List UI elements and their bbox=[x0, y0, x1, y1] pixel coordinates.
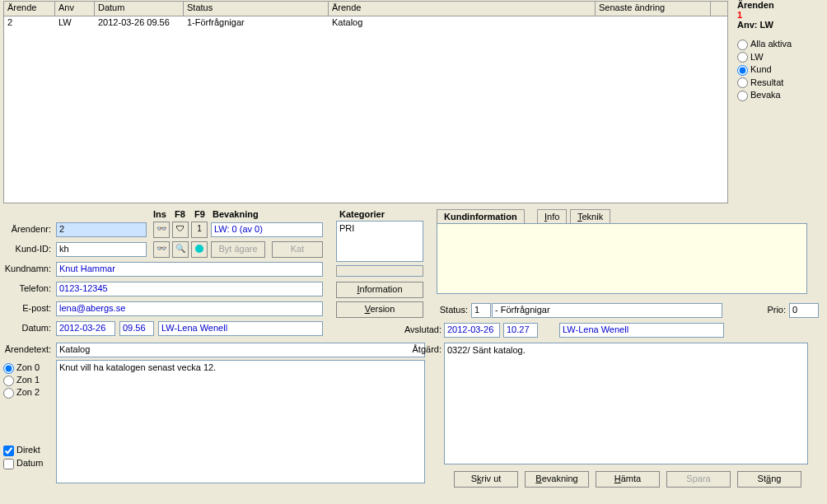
cell-arende2: Katalog bbox=[329, 16, 596, 31]
table-row[interactable]: 2 LW 2012-03-26 09.56 1-Förfrågnigar Kat… bbox=[4, 16, 727, 31]
filter-count: 1 bbox=[737, 10, 825, 20]
kundnamn-label: Kundnamn: bbox=[0, 264, 51, 273]
filter-opt-bevaka[interactable]: Bevaka bbox=[737, 89, 825, 102]
zoom-icon[interactable]: 🔍 bbox=[172, 241, 189, 258]
avslutad-date: 2012-03-26 bbox=[444, 323, 500, 338]
arendetext-label: Ärendetext: bbox=[0, 344, 51, 354]
zon1-radio[interactable]: Zon 1 bbox=[3, 375, 40, 386]
teknik-tab[interactable]: Teknik bbox=[570, 209, 610, 224]
kundid-input[interactable]: kh bbox=[56, 242, 147, 257]
atgard-label: Åtgärd: bbox=[410, 344, 442, 354]
col-datum[interactable]: Datum bbox=[95, 2, 184, 16]
binoculars-icon[interactable]: 👓 bbox=[153, 222, 170, 238]
filter-title: Ärenden bbox=[737, 0, 825, 10]
datum-check[interactable]: Datum bbox=[3, 458, 43, 469]
f8-label: F8 bbox=[175, 209, 185, 219]
cell-anv: LW bbox=[55, 16, 95, 31]
status-label: Status: bbox=[437, 305, 468, 315]
ver-btn-t: ersion bbox=[370, 304, 395, 314]
filter-opt-resultat[interactable]: Resultat bbox=[737, 77, 825, 90]
filter-opt-kund[interactable]: Kund bbox=[737, 63, 825, 77]
grid-header: Ärende Anv Datum Status Ärende Senaste ä… bbox=[4, 2, 727, 16]
kategorier-box[interactable]: PRI bbox=[336, 221, 423, 262]
kategorier-box2 bbox=[336, 265, 423, 277]
arendenr-input[interactable]: 2 bbox=[56, 222, 147, 237]
info-tab[interactable]: Info bbox=[537, 209, 567, 224]
avslutad-user: LW-Lena Wenell bbox=[559, 323, 724, 338]
hamta-button[interactable]: Hämta bbox=[596, 471, 660, 488]
byt-agare-button: Byt ägare bbox=[211, 241, 265, 258]
info-btn-t: nformation bbox=[360, 284, 403, 294]
one-button[interactable]: 1 bbox=[191, 222, 208, 238]
spara-button: Spara bbox=[666, 471, 731, 488]
epost-display: lena@abergs.se bbox=[56, 301, 323, 316]
col-senaste[interactable]: Senaste ändring bbox=[596, 2, 711, 16]
kundid-label: Kund-ID: bbox=[0, 244, 51, 254]
col-arende[interactable]: Ärende bbox=[4, 2, 55, 16]
cell-senaste bbox=[596, 16, 711, 31]
arendetext-body[interactable]: Knut vill ha katalogen senast vecka 12. bbox=[56, 360, 425, 483]
kundnamn-display: Knut Hammar bbox=[56, 262, 323, 277]
kat-button: Kat bbox=[272, 241, 323, 258]
cell-arende: 2 bbox=[4, 16, 55, 31]
cases-grid[interactable]: Ärende Anv Datum Status Ärende Senaste ä… bbox=[3, 1, 728, 203]
prio-label: Prio: bbox=[761, 305, 786, 315]
filter-panel: Ärenden 1 Anv: LW Alla aktiva LW Kund Re… bbox=[737, 0, 825, 102]
datum-display: 2012-03-26 bbox=[56, 321, 115, 336]
direkt-check[interactable]: Direkt bbox=[3, 445, 40, 456]
arendetext-head-input[interactable]: Katalog bbox=[56, 343, 425, 357]
arendenr-label: Ärendenr: bbox=[0, 224, 51, 234]
prio-input[interactable]: 0 bbox=[789, 303, 819, 318]
avslutad-label: Avslutad: bbox=[402, 324, 442, 334]
filter-opt-alla[interactable]: Alla aktiva bbox=[737, 38, 825, 51]
filter-opt-lw[interactable]: LW bbox=[737, 51, 825, 64]
kategorier-label: Kategorier bbox=[339, 209, 385, 219]
shield-icon[interactable]: 🛡 bbox=[172, 222, 189, 238]
skrivut-button[interactable]: Skriv ut bbox=[454, 471, 518, 488]
tid-display: 09.56 bbox=[119, 321, 154, 336]
f9-label: F9 bbox=[194, 209, 205, 219]
led-icon[interactable] bbox=[191, 241, 208, 258]
version-button[interactable]: Version bbox=[336, 301, 423, 318]
filter-anv: Anv: LW bbox=[737, 20, 825, 30]
telefon-label: Telefon: bbox=[0, 283, 51, 293]
ins-label: Ins bbox=[153, 209, 166, 219]
status-txt-combo[interactable]: - Förfrågnigar bbox=[492, 303, 722, 318]
col-arende2[interactable]: Ärende bbox=[329, 2, 596, 16]
datum-label: Datum: bbox=[0, 323, 51, 333]
cell-status: 1-Förfrågnigar bbox=[184, 16, 329, 31]
col-status[interactable]: Status bbox=[184, 2, 329, 16]
bevak-label: Bevakning bbox=[213, 209, 259, 219]
kundinfo-tab[interactable]: Kundinformation bbox=[437, 209, 525, 224]
binoculars2-icon[interactable]: 👓 bbox=[153, 241, 170, 258]
telefon-display: 0123-12345 bbox=[56, 282, 323, 296]
avslutad-time: 10.27 bbox=[503, 323, 538, 338]
cell-datum: 2012-03-26 09.56 bbox=[95, 16, 184, 31]
stang-button[interactable]: Stäng bbox=[737, 471, 801, 488]
kundinfo-text[interactable] bbox=[437, 223, 807, 294]
atgard-text[interactable]: 0322/ Sänt katalog. bbox=[444, 343, 808, 464]
user-display: LW-Lena Wenell bbox=[158, 321, 323, 336]
epost-label: E-post: bbox=[0, 303, 51, 313]
status-num-input[interactable]: 1 bbox=[471, 303, 491, 318]
zon0-radio[interactable]: Zon 0 bbox=[3, 362, 40, 374]
col-anv[interactable]: Anv bbox=[55, 2, 95, 16]
information-button[interactable]: Information bbox=[336, 282, 423, 298]
zon2-radio[interactable]: Zon 2 bbox=[3, 387, 40, 399]
lw-count-display: LW: 0 (av 0) bbox=[211, 222, 323, 237]
bevakning-button[interactable]: Bevakning bbox=[525, 471, 589, 488]
